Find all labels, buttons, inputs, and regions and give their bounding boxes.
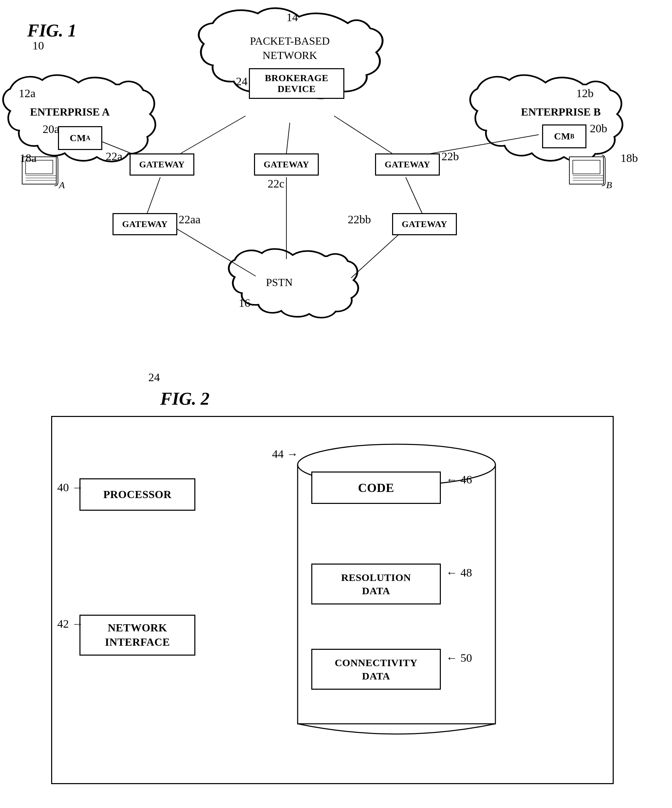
brokerage-device-box: BROKERAGEDEVICE: [249, 68, 344, 99]
ref-20a: 20a: [43, 123, 59, 136]
ref-18b: 18b: [620, 152, 638, 165]
svg-line-3: [147, 177, 160, 215]
gateway-22b-box: GATEWAY: [375, 154, 440, 175]
fig2-outer-box: PROCESSOR NETWORKINTERFACE CODE RESOLUTI…: [51, 416, 614, 784]
page: FIG. 1 10: [0, 0, 672, 808]
packet-network-label: PACKET-BASEDNETWORK: [232, 34, 348, 62]
svg-line-0: [181, 116, 246, 154]
ref-20b: 20b: [590, 122, 607, 135]
svg-rect-17: [573, 160, 600, 174]
cma-box: CMA: [58, 126, 102, 150]
ref-22aa: 22aa: [179, 213, 201, 226]
cmb-box: CMB: [542, 124, 587, 148]
gateway-22a-box: GATEWAY: [130, 154, 194, 175]
fig2-label: FIG. 2: [160, 389, 209, 409]
ref-16: 16: [239, 297, 250, 310]
ref-50: ← 50: [446, 651, 472, 664]
gateway-22bb-box: GATEWAY: [392, 213, 457, 235]
enterprise-a-label: ENTERPRISE A: [19, 106, 121, 118]
fig2-ref: 24: [148, 371, 160, 384]
gateway-22c-box: GATEWAY: [254, 154, 319, 175]
ref-42: 42 →: [57, 618, 84, 630]
enterprise-b-label: ENTERPRISE B: [510, 106, 612, 118]
svg-line-4: [406, 177, 423, 215]
svg-line-6: [171, 225, 256, 276]
ref-12a: 12a: [19, 87, 35, 100]
processor-box: PROCESSOR: [79, 478, 196, 511]
phone-b-icon: B: [566, 154, 617, 194]
code-box: CODE: [311, 471, 441, 504]
network-interface-box: NETWORKINTERFACE: [79, 615, 196, 656]
resolution-data-box: RESOLUTIONDATA: [311, 564, 441, 604]
ref-18a: 18a: [20, 152, 37, 165]
fig1-ref: 10: [32, 39, 44, 52]
svg-line-2: [334, 116, 392, 154]
svg-line-9: [416, 135, 539, 156]
ref-46: ← 46: [446, 473, 472, 486]
gateway-22aa-box: GATEWAY: [112, 213, 177, 235]
svg-line-1: [286, 123, 290, 154]
ref-14: 14: [286, 11, 298, 24]
ref-22b: 22b: [441, 150, 459, 163]
ref-24-fig1: 24: [236, 75, 247, 88]
connectivity-data-box: CONNECTIVITYDATA: [311, 649, 441, 690]
svg-text:A: A: [58, 180, 65, 190]
ref-48: ← 48: [446, 566, 472, 579]
fig1-label: FIG. 1: [27, 20, 76, 40]
ref-12b: 12b: [576, 87, 593, 100]
ref-44: 44 →: [272, 447, 298, 461]
ref-22c: 22c: [267, 177, 284, 190]
ref-40: 40 →: [57, 481, 84, 494]
pstn-label: PSTN: [266, 276, 293, 289]
ref-22bb: 22bb: [348, 213, 371, 226]
ref-22a: 22a: [106, 150, 122, 163]
svg-text:B: B: [606, 180, 612, 190]
